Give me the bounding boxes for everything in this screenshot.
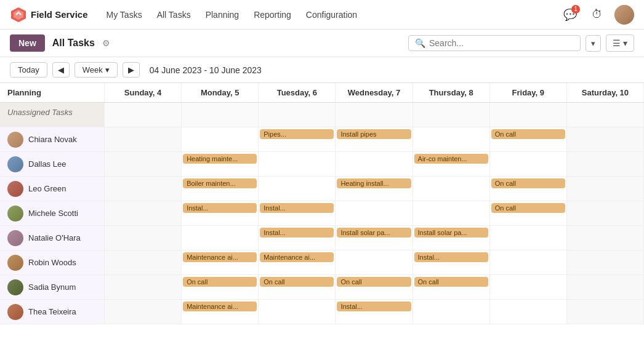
cell-chiara-5[interactable]: On call [490,127,567,152]
cell-dallas-0 [105,152,182,177]
view-toggle-arrow: ▾ [623,38,627,48]
task-chip-thea-3[interactable]: Instal... [337,302,411,311]
messages-icon[interactable]: 💬 1 [560,5,580,25]
task-chip-robin-2[interactable]: Maintenance ai... [260,252,334,262]
cell-chiara-3[interactable]: Install pipes [336,127,413,152]
search-dropdown-button[interactable]: ▾ [586,35,601,52]
brand-link[interactable]: Field Service [10,6,88,23]
cell-natalie-6 [567,226,644,250]
unassigned-thu [413,103,490,127]
nav-configuration[interactable]: Configuration [300,6,363,23]
task-chip-sadia-1[interactable]: On call [183,277,257,287]
cell-robin-6 [567,250,644,275]
cell-leo-3[interactable]: Heating install... [336,177,413,201]
brand-icon [10,6,27,23]
task-chip-natalie-3[interactable]: Install solar pa... [337,228,411,238]
task-chip-dallas-1[interactable]: Heating mainte... [183,154,257,164]
cell-thea-2 [259,300,336,324]
row-label-dallas[interactable]: Dallas Lee [0,152,105,177]
cell-sadia-2[interactable]: On call [259,275,336,300]
nav-all-tasks[interactable]: All Tasks [151,6,197,23]
nav-reporting[interactable]: Reporting [248,6,297,23]
cell-dallas-2 [259,152,336,177]
cell-chiara-2[interactable]: Pipes... [259,127,336,152]
view-toggle-button[interactable]: ☰ ▾ [606,34,634,52]
avatar-chiara [7,132,23,148]
cell-natalie-0 [105,226,182,250]
cell-dallas-4[interactable]: Air-co mainten... [413,152,490,177]
person-name-leo: Leo Green [28,184,66,193]
task-chip-michele-2[interactable]: Instal... [260,203,334,213]
row-label-natalie[interactable]: Natalie O'Hara [0,226,105,250]
cell-dallas-6 [567,152,644,177]
cell-sadia-3[interactable]: On call [336,275,413,300]
cell-chiara-4 [413,127,490,152]
cell-michele-1[interactable]: Instal... [182,201,259,226]
nav-my-tasks[interactable]: My Tasks [100,6,148,23]
cell-robin-3 [336,250,413,275]
task-chip-leo-1[interactable]: Boiler mainten... [183,178,257,188]
row-label-robin[interactable]: Robin Woods [0,250,105,275]
cell-robin-1[interactable]: Maintenance ai... [182,250,259,275]
cell-thea-1[interactable]: Maintenance ai... [182,300,259,324]
header-col-6: Friday, 9 [490,83,567,102]
search-input[interactable] [429,38,574,48]
planning-grid: PlanningSunday, 4Monday, 5Tuesday, 6Wedn… [0,83,644,324]
cell-natalie-4[interactable]: Install solar pa... [413,226,490,250]
row-label-michele[interactable]: Michele Scotti [0,201,105,226]
task-chip-robin-4[interactable]: Instal... [414,252,488,262]
cell-robin-2[interactable]: Maintenance ai... [259,250,336,275]
task-chip-natalie-2[interactable]: Instal... [260,228,334,238]
week-button[interactable]: Week ▾ [74,62,118,78]
cell-natalie-3[interactable]: Install solar pa... [336,226,413,250]
cell-natalie-2[interactable]: Instal... [259,226,336,250]
cell-michele-5[interactable]: On call [490,201,567,226]
cell-sadia-6 [567,275,644,300]
nav-links: My Tasks All Tasks Planning Reporting Co… [100,6,364,23]
cell-chiara-0 [105,127,182,152]
user-avatar[interactable] [614,5,634,25]
row-label-leo[interactable]: Leo Green [0,177,105,201]
row-label-chiara[interactable]: Chiara Novak [0,127,105,152]
row-label-sadia[interactable]: Sadia Bynum [0,275,105,300]
cell-leo-1[interactable]: Boiler mainten... [182,177,259,201]
next-button[interactable]: ▶ [123,62,140,78]
cell-sadia-4[interactable]: On call [413,275,490,300]
cell-dallas-5 [490,152,567,177]
grid-body: Unassigned Tasks Chiara NovakPipes...Ins… [0,103,644,324]
unassigned-label-cell: Unassigned Tasks [0,103,105,127]
cell-leo-4 [413,177,490,201]
cell-sadia-1[interactable]: On call [182,275,259,300]
cell-dallas-1[interactable]: Heating mainte... [182,152,259,177]
task-chip-natalie-4[interactable]: Install solar pa... [414,228,488,238]
new-button[interactable]: New [10,34,45,52]
prev-button[interactable]: ◀ [52,62,70,78]
today-button[interactable]: Today [10,62,47,78]
task-chip-leo-3[interactable]: Heating install... [337,178,411,188]
task-chip-leo-5[interactable]: On call [491,178,565,188]
task-chip-thea-1[interactable]: Maintenance ai... [183,302,257,311]
nav-planning[interactable]: Planning [199,6,246,23]
task-chip-michele-1[interactable]: Instal... [183,203,257,213]
timer-icon[interactable]: ⏱ [587,5,607,25]
unassigned-wed [336,103,413,127]
task-chip-michele-5[interactable]: On call [491,203,565,213]
task-chip-chiara-3[interactable]: Install pipes [337,129,411,139]
cell-leo-5[interactable]: On call [490,177,567,201]
task-chip-sadia-4[interactable]: On call [414,277,488,287]
cell-thea-3[interactable]: Instal... [336,300,413,324]
task-chip-chiara-2[interactable]: Pipes... [260,129,334,139]
cell-robin-4[interactable]: Instal... [413,250,490,275]
row-label-thea[interactable]: Thea Teixeira [0,300,105,324]
task-chip-dallas-4[interactable]: Air-co mainten... [414,154,488,164]
cell-natalie-1 [182,226,259,250]
task-chip-sadia-3[interactable]: On call [337,277,411,287]
task-chip-chiara-5[interactable]: On call [491,129,565,139]
gear-icon[interactable]: ⚙ [102,38,110,48]
task-chip-sadia-2[interactable]: On call [260,277,334,287]
person-name-robin: Robin Woods [28,258,76,267]
cell-michele-2[interactable]: Instal... [259,201,336,226]
toolbar: New All Tasks ⚙ 🔍 ▾ ☰ ▾ [0,30,644,57]
cell-michele-6 [567,201,644,226]
task-chip-robin-1[interactable]: Maintenance ai... [183,252,257,262]
